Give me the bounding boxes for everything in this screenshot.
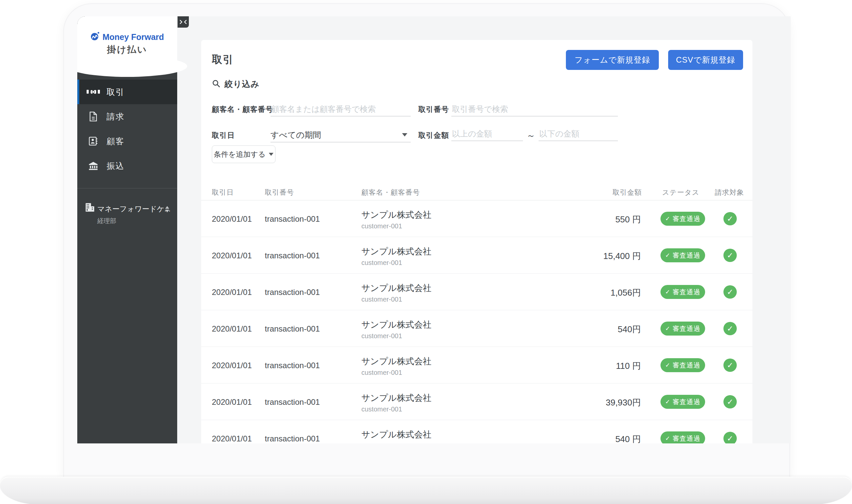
period-select[interactable]: すべての期間 [270,128,411,143]
status-label: 審査通過 [673,288,700,296]
cell-customer-id: customer-001 [361,369,402,377]
cell-number: transaction-001 [265,361,320,370]
building-icon [85,202,95,214]
sidebar-item-billing[interactable]: 請求 [77,104,177,129]
customer-search-input[interactable] [270,103,411,116]
cell-customer-name: サンプル株式会社 [361,209,431,221]
register-form-button[interactable]: フォームで新規登録 [566,50,659,70]
cell-customer-id: customer-001 [361,406,402,413]
sidebar-collapse-button[interactable] [178,16,189,28]
amount-min-input[interactable] [451,127,523,141]
column-header-status: ステータス [662,188,699,197]
chevron-down-icon [402,133,407,137]
table-row[interactable]: 2020/01/01 transaction-001 サンプル株式会社 cust… [201,420,752,444]
billable-check-icon: ✓ [724,322,737,335]
laptop-base [0,477,852,504]
sidebar: Money Forward 掛け払い [77,16,177,444]
cell-customer-name: サンプル株式会社 [361,246,431,257]
laptop-mockup: Money Forward 掛け払い [0,0,852,504]
cell-amount: 550 円 [615,214,641,226]
company-selector[interactable]: マネーフォワードケ... 経理部 [77,196,177,233]
table-header: 取引日 取引番号 顧客名・顧客番号 取引金額 ステータス 請求対象 [201,183,752,200]
status-label: 審査通過 [673,251,700,260]
status-badge: ✓審査通過 [660,285,705,299]
logo: Money Forward [77,32,177,42]
cell-customer-name: サンプル株式会社 [361,319,431,330]
sidebar-item-transactions[interactable]: 取引 [77,79,177,104]
table-row[interactable]: 2020/01/01 transaction-001 サンプル株式会社 cust… [201,383,752,420]
amount-range-separator: ～ [527,130,535,142]
column-header-number: 取引番号 [265,188,294,197]
sidebar-item-label: 請求 [107,111,125,122]
cell-customer-id: customer-001 [361,295,402,303]
table-row[interactable]: 2020/01/01 transaction-001 サンプル株式会社 cust… [201,274,752,310]
register-csv-button[interactable]: CSVで新規登録 [668,50,743,70]
sidebar-item-customers[interactable]: 顧客 [77,129,177,154]
cell-date: 2020/01/01 [212,214,252,224]
transaction-date-filter-label: 取引日 [212,130,235,141]
cell-customer-id: customer-001 [361,222,402,230]
product-name: 掛け払い [77,43,177,56]
handshake-icon [87,88,100,96]
cell-date: 2020/01/01 [212,324,252,334]
invoice-icon [87,111,100,122]
sidebar-item-transfer[interactable]: 振込 [77,154,177,178]
column-header-customer: 顧客名・顧客番号 [361,188,420,197]
cell-customer-id: customer-001 [361,332,402,340]
check-icon: ✓ [665,252,671,259]
search-icon [212,79,220,89]
billable-check-icon: ✓ [724,212,737,226]
check-icon: ✓ [665,288,671,295]
column-header-amount: 取引金額 [613,188,642,197]
status-badge: ✓審査通過 [660,212,705,226]
cell-date: 2020/01/01 [212,251,252,260]
status-badge: ✓審査通過 [660,322,705,336]
transaction-number-filter-label: 取引番号 [418,105,449,114]
cell-amount: 1,056円 [610,287,641,299]
status-label: 審査通過 [673,214,700,223]
cell-customer-name: サンプル株式会社 [361,392,431,404]
transaction-number-search-input[interactable] [451,103,618,116]
amount-filter-label: 取引金額 [418,130,449,141]
cell-amount: 39,930円 [605,397,641,409]
cell-number: transaction-001 [265,434,320,444]
table-row[interactable]: 2020/01/01 transaction-001 サンプル株式会社 cust… [201,200,752,237]
laptop-screen: Money Forward 掛け払い [63,3,790,477]
amount-max-input[interactable] [538,127,618,141]
column-header-billable: 請求対象 [715,188,744,197]
cell-amount: 540円 [618,324,641,335]
cell-amount: 540 円 [615,433,641,444]
app-window: Money Forward 掛け払い [77,16,791,444]
billable-check-icon: ✓ [724,432,737,444]
logo-wordmark: Money Forward [103,32,164,42]
cell-customer-id: customer-001 [361,259,402,267]
sidebar-nav: 取引 請求 [77,79,177,178]
cell-number: transaction-001 [265,397,320,407]
status-badge: ✓審査通過 [660,358,705,372]
status-badge: ✓審査通過 [660,431,705,444]
cell-date: 2020/01/01 [212,288,252,297]
cell-number: transaction-001 [265,251,320,260]
company-department: 経理部 [97,217,116,226]
billable-check-icon: ✓ [724,359,737,372]
table-row[interactable]: 2020/01/01 transaction-001 サンプル株式会社 cust… [201,310,752,347]
filter-section-label: 絞り込み [225,78,260,90]
check-icon: ✓ [665,398,671,406]
cell-number: transaction-001 [265,324,320,334]
logo-area: Money Forward 掛け払い [77,16,177,66]
add-condition-button[interactable]: 条件を追加する [212,145,276,163]
filter-section-header: 絞り込み [212,78,260,90]
cell-amount: 15,400 円 [603,250,641,262]
cell-number: transaction-001 [265,288,320,297]
cell-date: 2020/01/01 [212,434,252,444]
status-label: 審査通過 [673,434,700,443]
bank-icon [87,161,100,170]
cell-date: 2020/01/01 [212,361,252,370]
table-row[interactable]: 2020/01/01 transaction-001 サンプル株式会社 cust… [201,237,752,274]
table-row[interactable]: 2020/01/01 transaction-001 サンプル株式会社 cust… [201,347,752,383]
sidebar-item-label: 取引 [107,87,125,97]
billable-check-icon: ✓ [724,249,737,262]
check-icon: ✓ [665,215,671,222]
cell-customer-name: サンプル株式会社 [361,356,431,367]
status-label: 審査通過 [673,324,700,333]
